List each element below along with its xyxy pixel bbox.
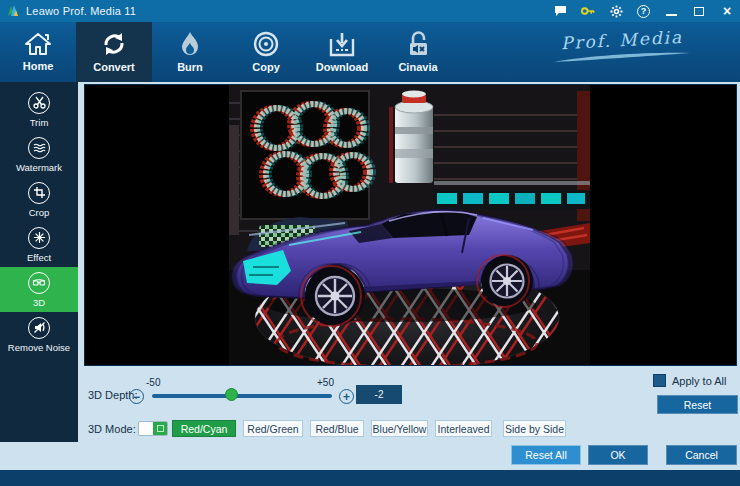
tab-label: Burn bbox=[177, 61, 203, 73]
sidebar-item-crop[interactable]: Crop bbox=[0, 177, 78, 222]
brand-swoosh bbox=[552, 51, 692, 63]
mode-interleaved[interactable]: Interleaved bbox=[435, 420, 492, 437]
tab-label: Convert bbox=[93, 61, 135, 73]
depth-slider-thumb[interactable] bbox=[225, 388, 238, 401]
tab-label: Home bbox=[23, 60, 54, 72]
depth-value: -2 bbox=[356, 385, 402, 404]
key-icon[interactable] bbox=[581, 4, 595, 18]
waves-icon bbox=[28, 137, 50, 159]
sparkle-icon bbox=[28, 227, 50, 249]
depth-decrease-button[interactable]: − bbox=[129, 389, 144, 404]
tab-burn[interactable]: Burn bbox=[152, 22, 228, 82]
reset-all-button[interactable]: Reset All bbox=[511, 445, 581, 465]
minimize-icon[interactable] bbox=[664, 4, 678, 18]
app-window: Leawo Prof. Media 11 ? × Home bbox=[0, 0, 740, 486]
edit-sidebar: Trim Watermark Crop Effect 3D bbox=[0, 82, 78, 442]
toggle-on-track bbox=[153, 422, 167, 435]
copy-icon bbox=[253, 31, 279, 57]
ok-button[interactable]: OK bbox=[588, 445, 648, 465]
settings-panel: 3D Depth: − -50 +50 + -2 3D Mode: Red/Cy… bbox=[78, 82, 740, 486]
tab-cinavia[interactable]: Cinavia bbox=[380, 22, 456, 82]
brand-script-text: Prof. Media bbox=[542, 26, 703, 54]
sidebar-item-3d[interactable]: 3D bbox=[0, 267, 78, 312]
mode-toggle[interactable] bbox=[138, 421, 168, 436]
sidebar-item-remove-noise[interactable]: Remove Noise bbox=[0, 312, 78, 357]
convert-icon bbox=[101, 31, 127, 57]
depth-increase-button[interactable]: + bbox=[339, 389, 354, 404]
apply-to-all-label: Apply to All bbox=[672, 375, 726, 387]
3d-glasses-icon bbox=[28, 272, 50, 294]
home-icon bbox=[25, 32, 51, 56]
anaglyph-scene bbox=[229, 85, 590, 366]
maximize-icon[interactable] bbox=[692, 4, 706, 18]
sidebar-item-effect[interactable]: Effect bbox=[0, 222, 78, 267]
tab-convert[interactable]: Convert bbox=[76, 22, 152, 82]
scissors-icon bbox=[28, 92, 50, 114]
brand-logo: Prof. Media bbox=[542, 30, 702, 63]
video-preview bbox=[84, 84, 737, 366]
titlebar: Leawo Prof. Media 11 ? × bbox=[0, 0, 740, 22]
sidebar-item-trim[interactable]: Trim bbox=[0, 87, 78, 132]
cancel-button[interactable]: Cancel bbox=[666, 445, 737, 465]
app-logo-icon bbox=[6, 4, 20, 18]
mode-red-cyan[interactable]: Red/Cyan bbox=[172, 420, 236, 437]
tab-copy[interactable]: Copy bbox=[228, 22, 304, 82]
window-title: Leawo Prof. Media 11 bbox=[26, 5, 136, 17]
tab-label: Copy bbox=[252, 61, 280, 73]
mode-red-blue[interactable]: Red/Blue bbox=[310, 420, 364, 437]
download-icon bbox=[329, 31, 355, 57]
apply-to-all-checkbox[interactable] bbox=[653, 374, 666, 387]
slider-min-label: -50 bbox=[146, 377, 160, 388]
main-nav: Home Convert Burn Copy Download Cinavia bbox=[0, 22, 740, 82]
mode-label: 3D Mode: bbox=[88, 423, 136, 435]
tab-download[interactable]: Download bbox=[304, 22, 380, 82]
mode-side-by-side[interactable]: Side by Side bbox=[503, 420, 566, 437]
mode-red-green[interactable]: Red/Green bbox=[243, 420, 303, 437]
help-icon[interactable]: ? bbox=[637, 5, 650, 18]
tab-label: Cinavia bbox=[398, 61, 437, 73]
footer-strip bbox=[0, 470, 740, 486]
gear-icon[interactable] bbox=[609, 4, 623, 18]
burn-icon bbox=[178, 31, 202, 57]
toggle-knob bbox=[139, 422, 153, 435]
comment-icon[interactable] bbox=[553, 4, 567, 18]
tab-home[interactable]: Home bbox=[0, 22, 76, 82]
sidebar-item-watermark[interactable]: Watermark bbox=[0, 132, 78, 177]
slider-max-label: +50 bbox=[317, 377, 334, 388]
reset-button[interactable]: Reset bbox=[657, 395, 738, 414]
close-icon[interactable]: × bbox=[720, 4, 734, 18]
noise-off-icon bbox=[28, 317, 50, 339]
mode-blue-yellow[interactable]: Blue/Yellow bbox=[371, 420, 428, 437]
depth-slider-track[interactable] bbox=[152, 394, 332, 398]
cinavia-icon bbox=[406, 31, 430, 57]
crop-icon bbox=[28, 182, 50, 204]
tab-label: Download bbox=[316, 61, 369, 73]
